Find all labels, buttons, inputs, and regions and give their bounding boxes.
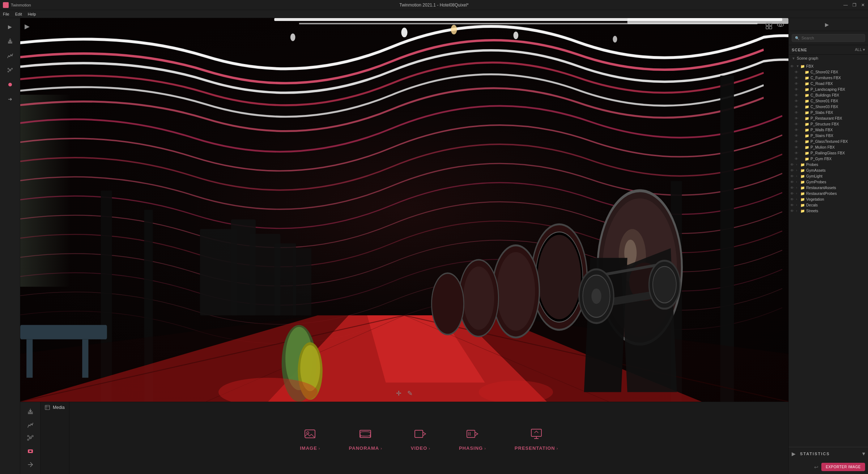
expand-arrow[interactable]: › <box>796 186 800 189</box>
media-presentation-option[interactable]: PRESENTATION › <box>515 425 558 451</box>
node-icon[interactable] <box>4 64 16 76</box>
eye-icon[interactable]: 👁 <box>795 87 800 91</box>
tree-item-p-restaurant[interactable]: 👁 📁 P_Restaurant FBX <box>789 115 868 121</box>
eye-icon[interactable]: 👁 <box>790 163 795 167</box>
tree-item-p-gym[interactable]: 👁 📁 P_Gym FBX <box>789 156 868 162</box>
search-box[interactable]: 🔍 Search <box>792 34 865 42</box>
menu-edit[interactable]: Edit <box>15 12 22 16</box>
media-image-option[interactable]: IMAGE › <box>300 425 320 451</box>
tree-item-gymlight[interactable]: 👁 › 📁 GymLight <box>789 173 868 179</box>
record-icon[interactable] <box>4 79 16 90</box>
tree-item-restaurantprobes[interactable]: 👁 › 📁 RestaurantProbes <box>789 191 868 196</box>
tree-item-c-road[interactable]: 👁 📁 C_Road FBX <box>789 81 868 86</box>
panel-play-button[interactable]: ▶ <box>825 22 829 27</box>
eye-icon[interactable]: 👁 <box>795 105 800 109</box>
expand-arrow[interactable]: › <box>796 163 800 166</box>
import-icon[interactable] <box>4 35 16 47</box>
edit-tool-button[interactable]: ✎ <box>407 389 413 397</box>
eye-icon[interactable]: 👁 <box>790 209 795 213</box>
expand-arrow[interactable]: › <box>796 180 800 184</box>
eye-icon[interactable]: 👁 <box>790 168 795 172</box>
tree-item-p-structure[interactable]: 👁 📁 P_Structure FBX <box>789 121 868 127</box>
expand-arrow[interactable]: › <box>796 197 800 201</box>
tree-item-p-railingglass[interactable]: 👁 📁 P_RailingGlass FBX <box>789 150 868 156</box>
layout-toggle-button[interactable] <box>765 22 773 31</box>
eye-icon[interactable]: 👁 <box>795 99 800 103</box>
tree-item-vegetation[interactable]: 👁 › 📁 Vegetation <box>789 196 868 202</box>
tree-item-p-glasstextured[interactable]: 👁 📁 P_GlassTextured FBX <box>789 138 868 144</box>
tree-item-p-stairs[interactable]: 👁 📁 P_Stairs FBX <box>789 133 868 138</box>
expand-arrow[interactable]: › <box>796 203 800 207</box>
tree-item-restaurantassets[interactable]: 👁 › 📁 RestaurantAssets <box>789 185 868 191</box>
expand-arrow[interactable]: › <box>796 168 800 172</box>
menu-help[interactable]: Help <box>28 12 36 16</box>
bottom-record-icon[interactable] <box>25 446 36 457</box>
bottom-node-icon[interactable] <box>25 433 36 443</box>
tree-item-c-shore01[interactable]: 👁 📁 C_Shore01 FBX <box>789 98 868 104</box>
export-button[interactable]: EXPORTER IMAGE <box>821 463 865 471</box>
bottom-graph-icon[interactable] <box>25 420 36 430</box>
output-icon[interactable]: ➜ <box>4 93 16 105</box>
tree-item-gymprobes[interactable]: 👁 › 📁 GymProbes <box>789 179 868 185</box>
eye-icon[interactable]: 👁 <box>790 64 795 68</box>
bottom-output-icon[interactable] <box>25 459 36 470</box>
eye-icon[interactable]: 👁 <box>790 197 795 201</box>
svg-rect-69 <box>769 26 772 29</box>
bottom-import-icon[interactable] <box>25 406 36 417</box>
viewport[interactable]: ▶ ✛ ✎ <box>20 18 788 402</box>
tree-item-label: P_Restaurant FBX <box>810 116 842 120</box>
undo-button[interactable]: ↩ <box>814 464 818 470</box>
menu-file[interactable]: File <box>3 12 9 16</box>
eye-icon[interactable]: 👁 <box>795 93 800 97</box>
close-button[interactable]: ✕ <box>861 3 865 7</box>
eye-icon[interactable]: 👁 <box>795 157 800 161</box>
eye-icon[interactable]: 👁 <box>795 122 800 126</box>
all-dropdown[interactable]: ALL ▾ <box>855 47 865 52</box>
tree-item-gymassets[interactable]: 👁 › 📁 GymAssets <box>789 167 868 173</box>
play-icon[interactable]: ▶ <box>4 21 16 33</box>
tree-item-c-buildings[interactable]: 👁 📁 C_Buildings FBX <box>789 92 868 98</box>
expand-arrow[interactable]: ▼ <box>796 64 800 68</box>
eye-icon[interactable]: 👁 <box>790 186 795 190</box>
eye-icon[interactable]: 👁 <box>795 151 800 155</box>
minimize-button[interactable]: — <box>843 3 848 7</box>
eye-icon[interactable]: 👁 <box>795 134 800 138</box>
tree-item-probes[interactable]: 👁 › 📁 Probes <box>789 162 868 167</box>
eye-icon[interactable]: 👁 <box>795 70 800 74</box>
svg-rect-81 <box>29 450 31 452</box>
media-phasing-option[interactable]: PHASING › <box>459 425 486 451</box>
stats-play-button[interactable]: ▶ <box>792 451 796 457</box>
tree-item-decals[interactable]: 👁 › 📁 Decals <box>789 202 868 208</box>
eye-icon[interactable]: 👁 <box>795 116 800 120</box>
stats-chevron-icon[interactable]: ▾ <box>862 450 865 457</box>
tree-item-c-shore03[interactable]: 👁 📁 C_Shore03 FBX <box>789 104 868 110</box>
restore-button[interactable]: ❐ <box>852 3 856 7</box>
eye-icon[interactable]: 👁 <box>795 140 800 144</box>
eye-icon[interactable]: 👁 <box>795 82 800 86</box>
tree-item-p-walls[interactable]: 👁 📁 P_Walls FBX <box>789 127 868 133</box>
eye-icon[interactable]: 👁 <box>795 76 800 80</box>
tree-item-streets[interactable]: 👁 › 📁 Streets <box>789 208 868 214</box>
eye-icon[interactable]: 👁 <box>795 145 800 149</box>
tree-item-c-shore02[interactable]: 👁 📁 C_Shore02 FBX <box>789 69 868 75</box>
move-tool-button[interactable]: ✛ <box>396 389 401 397</box>
eye-icon[interactable]: 👁 <box>795 111 800 115</box>
eye-icon[interactable]: 👁 <box>790 192 795 196</box>
tree-item-p-mulion[interactable]: 👁 📁 P_Mulion FBX <box>789 144 868 150</box>
media-panorama-option[interactable]: PANORAMA › <box>349 425 382 451</box>
graph-icon[interactable] <box>4 50 16 61</box>
expand-arrow[interactable]: › <box>796 192 800 195</box>
eye-icon[interactable]: 👁 <box>790 180 795 184</box>
eye-icon[interactable]: 👁 <box>790 174 795 178</box>
eye-toggle-button[interactable] <box>777 22 784 31</box>
tree-item-p-slabs[interactable]: 👁 📁 P_Slabs FBX <box>789 110 868 115</box>
media-video-option[interactable]: VIDEO › <box>411 425 430 451</box>
expand-arrow[interactable]: › <box>796 209 800 213</box>
tree-item-fbx[interactable]: 👁 ▼ 📁 FBX <box>789 63 868 69</box>
eye-icon[interactable]: 👁 <box>795 128 800 132</box>
play-viewport-button[interactable]: ▶ <box>25 22 30 30</box>
eye-icon[interactable]: 👁 <box>790 203 795 207</box>
expand-arrow[interactable]: › <box>796 174 800 178</box>
tree-item-c-furnitures[interactable]: 👁 📁 C_Furnitures FBX <box>789 75 868 81</box>
tree-item-p-landscaping[interactable]: 👁 📁 P_Landscaping FBX <box>789 86 868 92</box>
